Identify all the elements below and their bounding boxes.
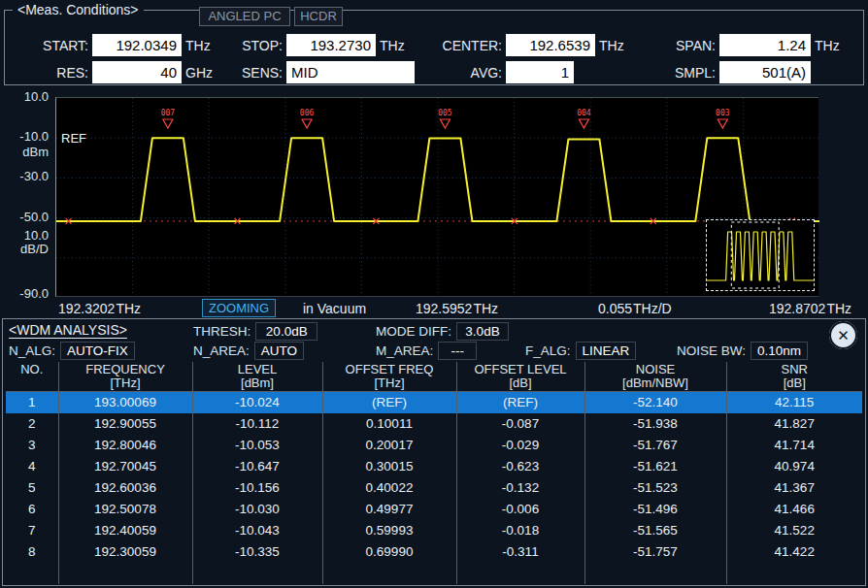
- start-value[interactable]: 192.0349: [92, 34, 182, 56]
- narea-value[interactable]: AUTO: [254, 342, 304, 360]
- overview-inset[interactable]: [706, 219, 815, 291]
- meas-conditions-panel: <Meas. Conditions> ANGLED PC HCDR START:…: [4, 10, 864, 85]
- close-button[interactable]: ✕: [829, 321, 857, 349]
- table-cell: -0.087: [456, 413, 584, 435]
- svg-text:006: 006: [300, 109, 315, 117]
- start-label: START:: [11, 38, 88, 53]
- mode-diff-value[interactable]: 3.0dB: [456, 322, 509, 341]
- nalg-value[interactable]: AUTO-FIX: [60, 342, 135, 360]
- table-cell: -0.006: [456, 499, 584, 520]
- column-header: SNR[dB]: [726, 362, 862, 391]
- table-row[interactable]: 6192.50078-10.0300.49977-0.006-51.49641.…: [6, 499, 862, 520]
- smpl-field: SMPL: 501(A): [657, 61, 811, 83]
- res-unit: GHz: [185, 65, 213, 81]
- table-cell: -10.043: [192, 520, 322, 541]
- narea-label: N_AREA:: [193, 343, 250, 358]
- res-value[interactable]: 40: [92, 61, 182, 83]
- table-cell: 7: [6, 520, 58, 541]
- column-header: NOISE[dBm/NBW]: [584, 362, 726, 391]
- center-field: CENTER: 192.6539 THz: [426, 34, 624, 56]
- table-cell: -51.621: [584, 456, 726, 477]
- table-cell: 2: [6, 413, 58, 435]
- center-value[interactable]: 192.6539: [506, 34, 595, 56]
- smpl-value[interactable]: 501(A): [719, 61, 811, 83]
- thresh-param: THRESH: 20.0dB: [193, 322, 317, 341]
- center-unit: THz: [599, 38, 624, 53]
- y-label-top: 10.0: [2, 90, 49, 104]
- table-cell: -10.053: [192, 435, 322, 456]
- plot-area: 007006005004003 REF: [55, 97, 818, 297]
- table-cell: -0.311: [456, 541, 584, 563]
- table-cell: (REF): [322, 391, 456, 413]
- marea-value[interactable]: ---: [438, 342, 477, 360]
- table-filler-row: [6, 563, 862, 584]
- stop-value[interactable]: 193.2730: [286, 34, 376, 56]
- svg-text:004: 004: [577, 109, 591, 117]
- wdm-analysis-title[interactable]: <WDM ANALYSIS>: [9, 322, 127, 338]
- span-value[interactable]: 1.24: [719, 34, 811, 56]
- table-cell: 41.827: [726, 413, 862, 435]
- table-row[interactable]: 5192.60036-10.1560.40022-0.132-51.52341.…: [6, 477, 862, 499]
- table-cell: -0.623: [456, 456, 584, 477]
- table-cell: -0.029: [456, 435, 584, 456]
- column-header: NO.: [6, 362, 58, 391]
- table-cell: -10.335: [192, 541, 322, 563]
- svg-text:005: 005: [438, 109, 452, 117]
- table-row[interactable]: 4192.70045-10.6470.30015-0.623-51.62140.…: [6, 456, 862, 477]
- column-header: FREQUENCY[THz]: [58, 362, 192, 391]
- marea-param: M_AREA: ---: [376, 342, 477, 360]
- avg-value[interactable]: 1: [506, 61, 574, 83]
- x-scale-label: 0.055THz/D: [598, 301, 672, 316]
- table-cell: 192.40059: [58, 520, 192, 541]
- table-row[interactable]: 7192.40059-10.0430.59993-0.018-51.56541.…: [6, 520, 862, 541]
- stop-label: STOP:: [224, 38, 283, 53]
- res-field: RES: 40 GHz: [11, 61, 213, 83]
- table-cell: 192.80046: [58, 435, 192, 456]
- res-label: RES:: [11, 65, 88, 81]
- table-cell: -51.496: [584, 499, 726, 520]
- narea-param: N_AREA: AUTO: [193, 342, 304, 360]
- nalg-label: N_ALG:: [9, 343, 55, 358]
- span-label: SPAN:: [657, 38, 716, 53]
- column-header: OFFSET FREQ[THz]: [322, 362, 456, 391]
- zooming-indicator[interactable]: ZOOMING: [202, 299, 276, 317]
- table-cell: -51.565: [584, 520, 726, 541]
- table-cell: 0.30015: [322, 456, 456, 477]
- falg-value[interactable]: LINEAR: [576, 342, 637, 360]
- x-label-right: 192.8702THz: [769, 301, 851, 316]
- table-cell: -51.938: [584, 413, 726, 435]
- table-row[interactable]: 8192.30059-10.3350.69990-0.311-51.75741.…: [6, 541, 862, 563]
- start-field: START: 192.0349 THz: [11, 34, 211, 56]
- table-header-row: NO. FREQUENCY[THz]LEVEL[dBm]OFFSET FREQ[…: [6, 362, 862, 391]
- table-row[interactable]: 2192.90055-10.1120.10011-0.087-51.93841.…: [6, 413, 862, 435]
- thresh-value[interactable]: 20.0dB: [255, 322, 317, 341]
- y-label-m30: -30.0: [2, 170, 49, 183]
- table-cell: 192.50078: [58, 499, 192, 520]
- table-cell: 41.422: [726, 541, 862, 563]
- table-cell: 192.70045: [58, 456, 192, 477]
- y-label-ref: -10.0: [2, 130, 49, 144]
- noise-bw-label: NOISE BW:: [677, 343, 746, 358]
- table-cell: -10.156: [192, 477, 322, 499]
- sens-value[interactable]: MID: [286, 61, 415, 83]
- scale-value: 10.0: [2, 229, 49, 243]
- smpl-label: SMPL:: [657, 65, 716, 81]
- start-unit: THz: [185, 38, 211, 53]
- sens-field: SENS: MID: [224, 61, 415, 83]
- svg-text:003: 003: [716, 109, 730, 117]
- center-label: CENTER:: [426, 38, 502, 53]
- table-cell: 41.367: [726, 477, 862, 499]
- noise-bw-value[interactable]: 0.10nm: [751, 342, 808, 360]
- table-cell: -52.140: [584, 391, 726, 413]
- y-unit-label: dBm: [2, 146, 49, 159]
- table-cell: 0.69990: [322, 541, 456, 563]
- stop-unit: THz: [380, 38, 405, 53]
- nalg-param: N_ALG: AUTO-FIX: [9, 342, 135, 360]
- angled-pc-badge: ANGLED PC: [199, 7, 290, 26]
- table-cell: 192.60036: [58, 477, 192, 499]
- table-row[interactable]: 1193.00069-10.024(REF)(REF)-52.14042.115: [6, 391, 862, 413]
- scale-unit: dB/D: [2, 243, 49, 256]
- noise-bw-param: NOISE BW: 0.10nm: [677, 342, 808, 360]
- table-row[interactable]: 3192.80046-10.0530.20017-0.029-51.76741.…: [6, 435, 862, 456]
- x-label-left: 192.3202THz: [58, 301, 141, 316]
